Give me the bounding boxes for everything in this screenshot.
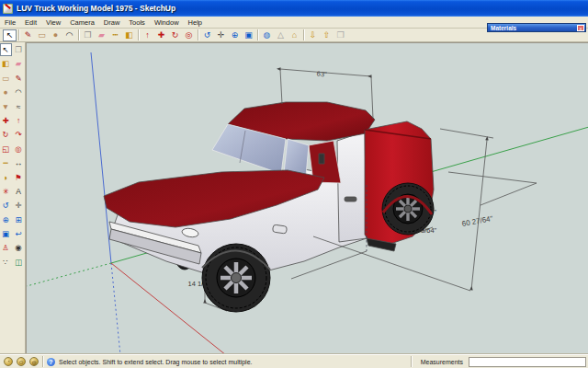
dim-overall-diag: 60 27/64" — [461, 214, 493, 228]
place-model-tool[interactable]: ⌂ — [288, 29, 301, 41]
select-tool[interactable]: ↖ — [0, 43, 12, 56]
dimension-tool[interactable]: ↔ — [13, 156, 25, 169]
zoom-extents-tool[interactable]: ▣ — [0, 227, 12, 240]
status-separator-2 — [411, 356, 412, 367]
push-pull-tool[interactable]: ↑ — [13, 114, 25, 127]
zoom-window-tool[interactable]: ⊞ — [13, 213, 25, 226]
front-wheel — [202, 244, 270, 312]
toolbar-separator — [198, 29, 198, 40]
status-coin-icon-1[interactable]: ◔ — [4, 357, 13, 366]
toolbar-separator — [18, 29, 19, 40]
leader-lines — [448, 172, 537, 205]
status-coin-icon-3[interactable]: ◍ — [29, 357, 39, 366]
truck-model-canvas: 14 1/8" 16" 3/64" — [27, 43, 588, 355]
rectangle-tool[interactable]: ▭ — [0, 72, 12, 85]
green-axis-negative — [27, 263, 111, 286]
freehand-tool[interactable]: ≈ — [13, 100, 25, 113]
make-component-tool[interactable]: ❐ — [81, 29, 95, 41]
blue-axis — [91, 52, 111, 263]
menu-window[interactable]: Window — [150, 18, 184, 27]
circle-tool[interactable]: ● — [49, 29, 62, 41]
circle-tool[interactable]: ● — [0, 86, 12, 98]
window-title: LUV Truck Working Model 1975 - SketchUp — [17, 4, 175, 13]
status-help-text: Select objects. Shift to extend select. … — [59, 359, 407, 365]
rectangle-tool[interactable]: ▭ — [35, 29, 49, 41]
share-model-tool[interactable]: ⇧ — [320, 29, 334, 41]
arc-tool[interactable]: ◠ — [13, 86, 25, 98]
status-separator-1 — [42, 356, 43, 367]
title-bar[interactable]: LUV Truck Working Model 1975 - SketchUp — [0, 0, 588, 17]
orbit-tool[interactable]: ↺ — [0, 199, 12, 212]
protractor-tool[interactable]: ◗ — [0, 171, 12, 184]
materials-palette[interactable]: Materials x — [487, 23, 586, 32]
cab-rear-panel — [337, 132, 367, 242]
orbit-tool[interactable]: ↺ — [200, 29, 214, 41]
menu-draw[interactable]: Draw — [99, 18, 125, 27]
scale-tool[interactable]: ◱ — [0, 143, 12, 155]
rotate-tool[interactable]: ↻ — [168, 29, 182, 41]
status-icons-container: ◔⊙◍ — [0, 357, 39, 366]
toolbar-separator — [78, 29, 79, 40]
status-coin-icon-2[interactable]: ⊙ — [17, 357, 26, 366]
cab-length-ext-left — [280, 69, 282, 104]
line-tool[interactable]: ✎ — [13, 72, 25, 85]
axes-tool[interactable]: ✳ — [0, 185, 12, 198]
pan-tool[interactable]: ✛ — [13, 199, 25, 212]
tape-measure-tool[interactable]: ┅ — [108, 29, 122, 41]
sketchup-app-icon — [3, 4, 13, 14]
side-marker-light — [273, 224, 288, 234]
share-component-tool[interactable]: ❒ — [334, 29, 347, 41]
make-component-tool[interactable]: ❐ — [13, 43, 25, 56]
move-tool[interactable]: ✚ — [154, 29, 168, 41]
menu-file[interactable]: File — [0, 18, 20, 27]
offset-tool[interactable]: ◎ — [182, 29, 196, 41]
menu-view[interactable]: View — [41, 18, 65, 27]
get-current-view-tool[interactable]: ◍ — [260, 29, 274, 41]
previous-tool[interactable]: ↩ — [13, 227, 25, 240]
measurements-input[interactable] — [469, 357, 586, 367]
help-icon[interactable]: ? — [47, 358, 55, 366]
line-tool[interactable]: ✎ — [21, 29, 35, 41]
toolbar-separator — [257, 29, 258, 40]
zoom-tool[interactable]: ⊕ — [228, 29, 242, 41]
dim-cab-length: 63" — [316, 70, 327, 79]
menu-camera[interactable]: Camera — [65, 18, 99, 27]
paint-bucket-tool[interactable]: ◧ — [0, 57, 12, 70]
get-models-tool[interactable]: ⇩ — [306, 29, 320, 41]
zoom-tool[interactable]: ⊕ — [0, 213, 12, 226]
rotate-tool[interactable]: ↻ — [0, 128, 12, 141]
menu-help[interactable]: Help — [184, 18, 207, 27]
menu-tools[interactable]: Tools — [124, 18, 150, 27]
position-camera-tool[interactable]: ♙ — [0, 241, 12, 254]
status-bar: ◔⊙◍ ? Select objects. Shift to extend se… — [0, 354, 588, 368]
menu-edit[interactable]: Edit — [20, 18, 41, 27]
door-handle — [345, 197, 356, 201]
eraser-tool[interactable]: ▰ — [95, 29, 108, 41]
push-pull-tool[interactable]: ↑ — [141, 29, 154, 41]
paint-bucket-tool[interactable]: ◧ — [122, 29, 136, 41]
polygon-tool[interactable]: ▼ — [0, 100, 12, 113]
follow-me-tool[interactable]: ↷ — [13, 128, 25, 141]
arc-tool[interactable]: ◠ — [62, 29, 76, 41]
truck-model[interactable] — [104, 102, 434, 274]
section-plane-tool[interactable]: ◫ — [13, 256, 25, 269]
zoom-extents-tool[interactable]: ▣ — [242, 29, 255, 41]
look-around-tool[interactable]: ◉ — [13, 241, 25, 254]
3d-text-tool[interactable]: A — [13, 185, 25, 198]
overall-ext-top — [440, 129, 493, 138]
large-tool-set: ↖❐◧▰▭✎●◠▼≈✚↑↻↷◱◎┅↔◗⚑✳A↺✛⊕⊞▣↩♙◉∵◫ — [0, 42, 26, 354]
select-tool[interactable]: ↖ — [3, 29, 17, 41]
close-icon[interactable]: x — [577, 25, 584, 31]
toolbar-separator — [138, 29, 139, 40]
pan-tool[interactable]: ✛ — [214, 29, 228, 41]
model-viewport[interactable]: 14 1/8" 16" 3/64" — [26, 42, 588, 354]
walk-tool[interactable]: ∵ — [0, 256, 12, 269]
toolbar-separator — [303, 29, 304, 40]
move-tool[interactable]: ✚ — [0, 114, 12, 127]
materials-palette-title: Materials — [488, 25, 577, 31]
text-tool[interactable]: ⚑ — [13, 171, 25, 184]
offset-tool[interactable]: ◎ — [13, 143, 25, 155]
tape-measure-tool[interactable]: ┅ — [0, 156, 12, 169]
eraser-tool[interactable]: ▰ — [13, 57, 25, 70]
toggle-terrain-tool[interactable]: △ — [274, 29, 288, 41]
